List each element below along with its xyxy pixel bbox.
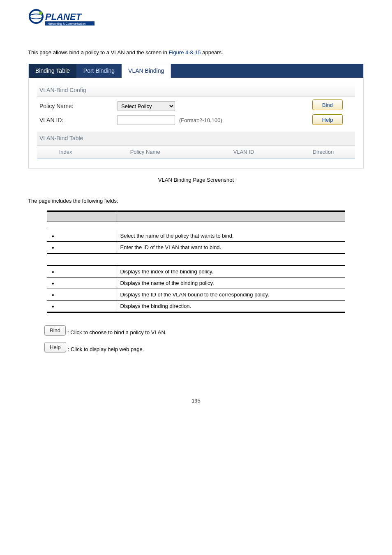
svg-text:Networking & Communication: Networking & Communication [48,22,85,25]
vlan-id-input[interactable] [118,115,175,125]
vlan-bind-table-columns: Index Policy Name VLAN ID Direction [37,145,355,159]
desc-cell: Displays the binding direction. [117,301,345,312]
policy-name-select[interactable]: Select Policy [118,101,175,111]
bind-button-description: Bind : Click to choose to bind a policy … [44,325,364,335]
vlan-binding-panel: Binding Table Port Binding VLAN Binding … [28,64,364,169]
tabs-bar: Binding Table Port Binding VLAN Binding [29,64,363,78]
vlan-bind-config-desc-table: • Select the name of the policy that wan… [47,210,345,254]
bind-button[interactable]: Bind [312,99,343,110]
desc-cell: Displays the name of the binding policy. [117,278,345,289]
policy-name-label: Policy Name: [39,103,118,109]
col-vlan-id: VLAN ID [196,146,291,158]
vlan-bind-table-header: VLAN-Bind Table [37,132,355,145]
desc-cell: Select the name of the policy that wants… [117,230,345,242]
page-number: 195 [28,398,364,404]
vlan-id-label: VLAN ID: [39,117,118,123]
col-direction: Direction [291,146,355,158]
intro-text: This page allows bind a policy to a VLAN… [28,49,364,56]
desc-cell: Displays the ID of the VLAN bound to the… [117,289,345,301]
svg-point-2 [39,12,42,15]
svg-text:PLANET: PLANET [45,12,82,22]
bind-button-image: Bind [44,325,66,335]
figure-reference: Figure 4-8-15 [169,49,201,56]
help-button-image: Help [44,342,66,352]
desc-cell: Displays the index of the binding policy… [117,266,345,278]
help-button-description: Help : Click to display help web page. [44,342,364,352]
fields-intro: The page includes the following fields: [28,198,364,204]
tab-port-binding[interactable]: Port Binding [77,64,122,78]
tab-vlan-binding[interactable]: VLAN Binding [122,64,171,78]
brand-logo: PLANET Networking & Communication [28,8,364,29]
vlan-bind-config-header: VLAN-Bind Config [37,83,355,97]
screenshot-caption: VLAN Binding Page Screenshot [28,177,364,183]
vlan-bind-table-desc-table: • Displays the index of the binding poli… [47,265,345,313]
tab-binding-table[interactable]: Binding Table [29,64,77,78]
help-button[interactable]: Help [312,114,343,125]
desc-cell: Enter the ID of the VLAN that want to bi… [117,242,345,254]
col-policy-name: Policy Name [94,146,196,158]
col-index: Index [37,146,94,158]
vlan-id-format-hint: (Format:2-10,100) [179,117,222,123]
